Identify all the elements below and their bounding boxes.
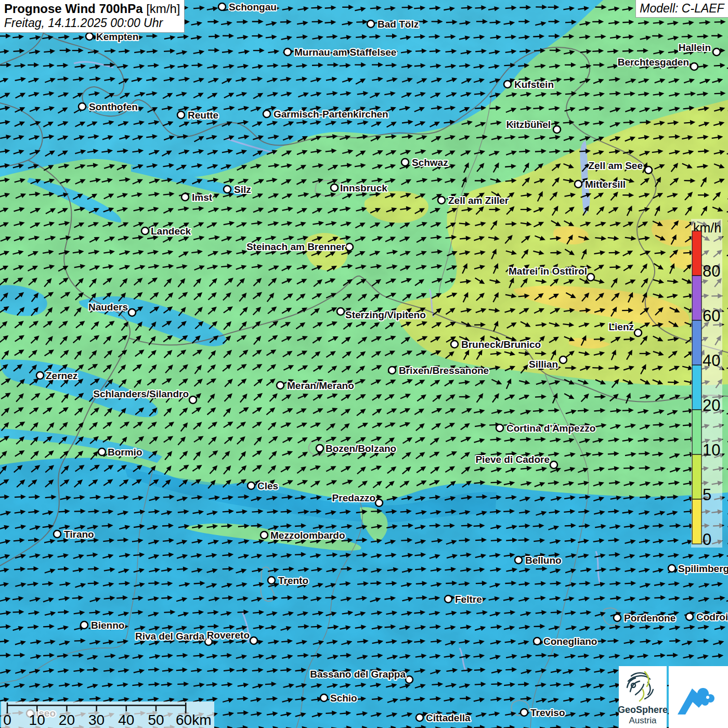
city-label: Nauders xyxy=(88,302,128,313)
legend-color-swatch xyxy=(692,320,701,365)
city-marker xyxy=(263,110,270,118)
city-marker xyxy=(388,367,396,374)
scalebar-label: 40 xyxy=(118,712,134,728)
city-label: Landeck xyxy=(151,226,191,237)
city-marker xyxy=(277,382,284,389)
city-label: Cles xyxy=(257,480,278,491)
city-label: Belluno xyxy=(525,555,562,566)
scalebar-label: 60km xyxy=(176,712,211,728)
city-label: Bassano del Grappa xyxy=(310,669,406,680)
legend-color-swatch xyxy=(692,499,701,544)
city-marker xyxy=(261,531,268,539)
city-label: Matrei in Osttirol xyxy=(509,266,587,277)
city-label: Zell am Ziller xyxy=(448,195,509,206)
legend-tick-label: 5 xyxy=(703,486,711,504)
city-label: Steinach am Brenner xyxy=(246,241,346,252)
city-label: Silz xyxy=(234,184,251,195)
city-marker xyxy=(331,184,338,191)
city-label: Kufstein xyxy=(514,79,554,90)
city-label: Schio xyxy=(330,693,357,704)
city-marker xyxy=(81,621,88,629)
city-label: Kitzbühel xyxy=(506,119,551,130)
city-label: Treviso xyxy=(530,707,565,718)
legend-tick-label: 0 xyxy=(703,530,711,549)
city-label: Mittersill xyxy=(585,179,626,190)
city-label: Tirano xyxy=(64,529,94,540)
legend-color-swatch xyxy=(692,365,701,410)
city-label: Berchtesgaden xyxy=(618,57,689,68)
city-marker xyxy=(141,227,149,235)
page-title: Prognose Wind 700hPa [km/h] xyxy=(4,2,180,16)
city-marker xyxy=(224,186,231,193)
legend-tick-label: 10 xyxy=(703,441,720,459)
city-label: Schlanders/Silandro xyxy=(93,388,189,399)
city-marker xyxy=(634,329,642,336)
city-label: Riva del Garda xyxy=(135,631,204,642)
city-label: Cittadella xyxy=(426,712,471,723)
city-marker xyxy=(401,159,409,166)
city-label: Zell am See xyxy=(588,160,643,171)
scalebar-label: 20 xyxy=(59,712,75,728)
city-label: Trento xyxy=(278,575,308,586)
map-canvas: SchongauBad TölzKemptenMurnau am Staffel… xyxy=(0,0,728,728)
scalebar-label: 30 xyxy=(88,712,105,728)
city-label: Brixen/Bressanone xyxy=(399,365,489,376)
city-label: Feltre xyxy=(455,594,482,605)
city-label: Kempten xyxy=(96,31,138,42)
legend-color-swatch xyxy=(692,231,701,276)
city-marker xyxy=(587,274,594,281)
city-marker xyxy=(416,714,423,721)
city-marker xyxy=(128,309,136,316)
city-label: Mezzolombardo xyxy=(270,530,345,541)
legend-color-swatch xyxy=(692,410,701,454)
city-marker xyxy=(181,193,189,201)
model-label: Modell: C-LAEF xyxy=(635,0,728,18)
scalebar-label: 10 xyxy=(29,712,45,728)
city-label: Murnau am Staffelsee xyxy=(294,47,396,58)
city-label: Sillian xyxy=(529,359,558,370)
city-marker xyxy=(445,595,452,603)
city-marker xyxy=(521,709,528,716)
city-label: Imst xyxy=(192,192,213,203)
city-label: Bormio xyxy=(108,447,142,458)
city-marker xyxy=(691,63,698,70)
mountain-cloud-logo xyxy=(669,666,728,728)
city-marker xyxy=(86,33,93,40)
city-marker xyxy=(346,243,353,251)
city-label: Zernez xyxy=(46,370,77,381)
city-marker xyxy=(375,499,383,506)
city-label: Bozen/Bolzano xyxy=(326,443,396,454)
city-label: Meran/Merano xyxy=(287,380,354,391)
city-marker xyxy=(189,396,197,404)
city-label: Schwaz xyxy=(412,157,448,168)
city-marker xyxy=(367,20,374,28)
city-marker xyxy=(496,424,503,432)
city-marker xyxy=(713,48,720,56)
legend-tick-label: 40 xyxy=(703,352,720,370)
legend-color-swatch xyxy=(692,276,701,320)
city-marker xyxy=(504,81,511,88)
city-label: Garmisch-Partenkirchen xyxy=(274,109,388,120)
city-marker xyxy=(177,111,185,119)
city-marker xyxy=(79,103,86,110)
city-marker xyxy=(250,637,257,644)
city-label: Predazzo xyxy=(332,492,375,503)
city-label: Bienno xyxy=(91,620,124,631)
forecast-datetime: Freitag, 14.11.2025 00:00 Uhr xyxy=(4,16,180,30)
city-marker xyxy=(268,577,275,584)
legend-color-swatch xyxy=(692,454,701,499)
city-label: Spilimbergo xyxy=(678,563,728,574)
legend-tick-label: 80 xyxy=(703,262,720,280)
city-label: Conegliano xyxy=(543,636,597,647)
city-label: Hallein xyxy=(679,42,711,53)
scalebar-label: 0 xyxy=(3,712,11,728)
city-label: Innsbruck xyxy=(340,183,387,193)
geosphere-logo-subtext: Austria xyxy=(629,716,657,725)
city-marker xyxy=(560,356,567,363)
city-label: Pordenone xyxy=(624,613,675,623)
city-marker xyxy=(438,197,445,204)
legend-tick-label: 60 xyxy=(703,307,720,325)
scalebar-label: 50 xyxy=(148,712,164,728)
city-marker xyxy=(320,694,328,701)
legend-tick-label: 20 xyxy=(703,396,720,414)
